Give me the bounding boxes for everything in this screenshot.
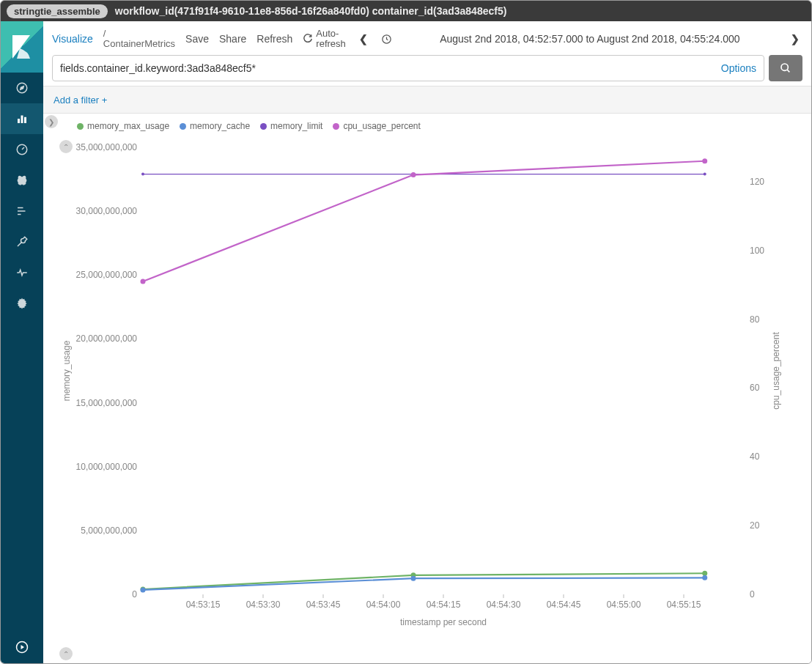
breadcrumb: / ContainerMetrics: [103, 29, 175, 50]
svg-text:30,000,000,000: 30,000,000,000: [76, 206, 138, 216]
save-button[interactable]: Save: [185, 33, 209, 45]
nav-monitoring[interactable]: [1, 257, 43, 288]
wrench-icon: [15, 235, 29, 248]
gear-icon: [15, 297, 29, 310]
kibana-logo-icon: [11, 34, 33, 60]
svg-point-61: [702, 158, 707, 163]
svg-text:5,000,000,000: 5,000,000,000: [81, 525, 137, 536]
svg-rect-3: [21, 116, 23, 124]
svg-point-53: [141, 587, 146, 592]
refresh-icon: [303, 34, 313, 44]
add-filter-button[interactable]: Add a filter +: [53, 95, 107, 106]
breadcrumb-name: ContainerMetrics: [103, 39, 175, 49]
svg-marker-1: [21, 86, 24, 90]
breadcrumb-slash: /: [103, 29, 175, 39]
svg-text:04:54:15: 04:54:15: [427, 600, 461, 610]
svg-text:cpu_usage_percent: cpu_usage_percent: [771, 332, 781, 410]
list-icon: [15, 204, 29, 218]
svg-text:04:55:15: 04:55:15: [667, 600, 701, 610]
collapse-spy-button[interactable]: ⌃: [59, 647, 73, 660]
svg-marker-10: [21, 645, 25, 649]
svg-text:25,000,000,000: 25,000,000,000: [76, 270, 138, 280]
svg-text:04:54:45: 04:54:45: [547, 600, 581, 610]
svg-line-13: [787, 70, 789, 72]
nav-dashboard[interactable]: [1, 134, 43, 165]
svg-point-54: [411, 576, 416, 581]
heartbeat-icon: [15, 266, 29, 279]
query-submit[interactable]: [769, 55, 802, 81]
collapse-icon: [15, 641, 29, 654]
svg-text:04:54:30: 04:54:30: [487, 600, 521, 610]
svg-text:35,000,000,000: 35,000,000,000: [76, 142, 138, 152]
svg-point-52: [702, 571, 707, 576]
sidebar: [1, 21, 43, 663]
svg-text:80: 80: [750, 314, 760, 325]
nav-timelion[interactable]: [1, 165, 43, 196]
time-prev[interactable]: ❮: [356, 33, 371, 45]
svg-text:60: 60: [750, 383, 760, 393]
query-bar[interactable]: Options: [52, 55, 764, 81]
svg-text:10,000,000,000: 10,000,000,000: [76, 462, 138, 472]
svg-text:04:53:45: 04:53:45: [306, 600, 341, 610]
svg-text:20,000,000,000: 20,000,000,000: [76, 333, 138, 344]
legend-item[interactable]: memory_limit: [260, 121, 322, 131]
sidebar-nav: [1, 73, 43, 319]
nav-devtools[interactable]: [1, 226, 43, 257]
query-input[interactable]: [60, 62, 714, 74]
svg-point-58: [704, 173, 706, 176]
titlebar-text: workflow_id(471f91f4-9610-11e8-856d-16f2…: [115, 5, 507, 17]
nav-management[interactable]: [1, 288, 43, 319]
share-button[interactable]: Share: [219, 33, 246, 45]
nav-collapse[interactable]: [15, 641, 29, 656]
kibana-logo[interactable]: [1, 21, 43, 73]
svg-point-60: [411, 172, 416, 177]
query-options[interactable]: Options: [714, 62, 756, 74]
svg-text:04:55:00: 04:55:00: [607, 600, 641, 610]
visualize-link[interactable]: Visualize: [52, 33, 93, 45]
search-icon: [780, 62, 791, 74]
svg-text:15,000,000,000: 15,000,000,000: [76, 398, 138, 408]
chart-legend: memory_max_usagememory_cachememory_limit…: [48, 118, 804, 133]
chart-panel: ❯ ⌃ ⌃ memory_max_usagememory_cachememory…: [43, 114, 811, 663]
svg-text:04:53:15: 04:53:15: [186, 600, 221, 610]
svg-point-55: [702, 575, 707, 580]
refresh-button[interactable]: Refresh: [256, 33, 292, 45]
compass-icon: [15, 81, 29, 95]
svg-text:04:54:00: 04:54:00: [366, 600, 401, 610]
svg-point-56: [141, 173, 144, 176]
svg-point-12: [781, 64, 788, 70]
svg-rect-2: [18, 119, 20, 123]
legend-item[interactable]: cpu_usage_percent: [333, 121, 420, 131]
svg-text:100: 100: [750, 246, 764, 256]
svg-text:04:53:30: 04:53:30: [246, 600, 281, 610]
collapse-sidebar-button[interactable]: ❯: [45, 115, 58, 128]
timelion-icon: [15, 174, 29, 187]
metrics-chart: 05,000,000,00010,000,000,00015,000,000,0…: [48, 133, 788, 631]
filter-bar: Add a filter +: [43, 86, 811, 114]
svg-point-59: [141, 279, 146, 284]
nav-apm[interactable]: [1, 196, 43, 226]
expand-legend-button[interactable]: ⌃: [59, 140, 73, 153]
svg-text:40: 40: [750, 451, 760, 462]
titlebar: stringtie_assemble workflow_id(471f91f4-…: [1, 1, 811, 21]
svg-rect-4: [24, 117, 26, 123]
svg-text:timestamp per second: timestamp per second: [400, 617, 487, 627]
clock-icon: [381, 34, 392, 45]
svg-text:20: 20: [750, 520, 760, 531]
bar-chart-icon: [15, 112, 29, 125]
legend-item[interactable]: memory_max_usage: [77, 121, 169, 131]
nav-visualize[interactable]: [1, 103, 43, 134]
time-range[interactable]: August 2nd 2018, 04:52:57.000 to August …: [402, 33, 778, 45]
topbar: Visualize / ContainerMetrics Save Share …: [43, 21, 811, 54]
nav-discover[interactable]: [1, 73, 43, 103]
svg-text:memory_usage: memory_usage: [62, 340, 72, 401]
autorefresh-button[interactable]: Auto-refresh: [303, 29, 345, 48]
svg-text:0: 0: [750, 589, 755, 600]
time-next[interactable]: ❯: [788, 33, 802, 45]
legend-item[interactable]: memory_cache: [180, 121, 250, 131]
titlebar-tag: stringtie_assemble: [7, 4, 108, 18]
svg-text:120: 120: [750, 177, 764, 187]
svg-text:0: 0: [132, 589, 137, 600]
gauge-icon: [15, 143, 29, 156]
